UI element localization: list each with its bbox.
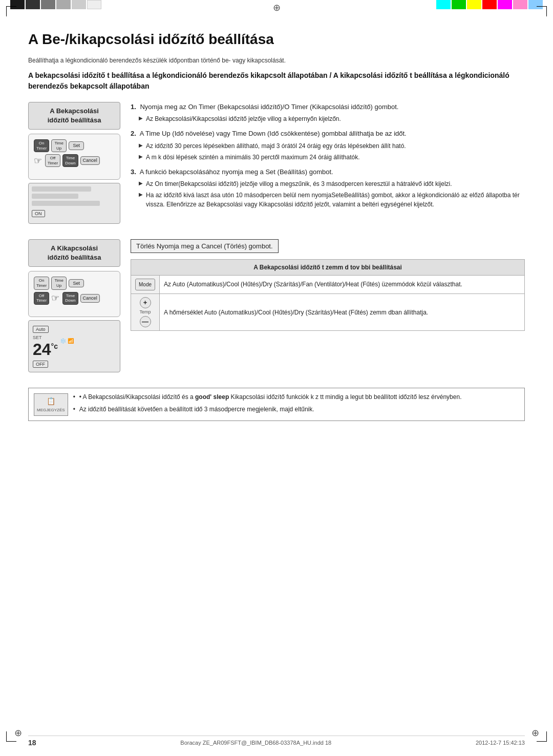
btn-set-1: Set: [69, 141, 84, 150]
section-kikapcsolasi: A Kikapcsolási időzítő beállítása On Tim…: [28, 239, 525, 372]
remote-diagram-area-1: A Bekapcsolási időzítő beállítása On Tim…: [28, 102, 120, 224]
step-3-sub-1: Az On timer(Bekapcsolási időzítő) jelzőj…: [139, 179, 525, 188]
btn-cancel-2: Cancel: [80, 294, 100, 303]
step-2: 2. A Time Up (Idő növelése) vagy Time Do…: [131, 129, 525, 162]
crop-mark-bl: [6, 731, 16, 742]
btn-time-down-1: Time Down: [62, 154, 78, 167]
kikapcs-right-content: Törlés Nyomja meg a Cancel (Törlés) gomb…: [131, 239, 525, 372]
mode-icon-box: Mode: [135, 279, 155, 290]
remote-diagram-1: On Timer Time Up Set ☞ Off Timer Time Do…: [28, 134, 120, 180]
step-2-sub-2: A m k dösi lépések szintén a minimális 3…: [139, 153, 525, 162]
note-icon-label: MEGJEGYZÉS: [37, 407, 65, 414]
temp-minus-icon: —: [140, 316, 151, 327]
crop-mark-tl: [6, 6, 16, 16]
page-footer: 18 Boracay ZE_AR09FSFT@_IBIM_DB68-03378A…: [28, 736, 525, 747]
table-row-mode: Mode Az Auto (Automatikus)/Cool (Hűtés)/…: [131, 275, 525, 293]
step-1-sub-1: Az Bekapcsolási/Kikapcsolási időzítő jel…: [139, 114, 525, 123]
btn-off-timer-1: Off Timer: [45, 154, 60, 167]
btn-set-2: Set: [69, 279, 84, 288]
auto-badge: Auto: [33, 326, 49, 333]
footer-file-info: Boracay ZE_AR09FSFT@_IBIM_DB68-03378A_HU…: [180, 740, 331, 746]
reg-mark-top: ⊕: [271, 3, 282, 13]
btn-cancel-1: Cancel: [80, 156, 100, 165]
remote-diagram-area-2: A Kikapcsolási időzítő beállítása On Tim…: [28, 239, 120, 372]
step-2-sub-1: Az időzítő 30 perces lépésekben állíthat…: [139, 141, 525, 151]
footer-date: 2012-12-7 15:42:13: [476, 740, 525, 746]
torles-box: Törlés Nyomja meg a Cancel (Törlés) gomb…: [131, 239, 279, 253]
btn-time-up-2: Time Up: [51, 277, 67, 289]
page-number: 18: [28, 739, 36, 747]
remote-display-2: Auto SET 24°c ❄️ 📶 OFF: [28, 320, 120, 372]
crop-mark-tr: [537, 6, 547, 16]
step-1: 1. Nyomja meg az On Timer (Bekapcsolási …: [131, 102, 525, 124]
section1-label: A Bekapcsolási időzítő beállítása: [28, 102, 120, 130]
section-bekapcsolasi: A Bekapcsolási időzítő beállítása On Tim…: [28, 102, 525, 224]
temp-plus-icon: +: [140, 297, 151, 308]
note-icon: 📋 MEGJEGYZÉS: [34, 393, 68, 415]
display-on-badge: ON: [32, 210, 45, 217]
btn-time-up-1: Time Up: [51, 139, 67, 152]
step-3-sub-2: Ha az időzítő kivá laszt ása utón 10 más…: [139, 191, 525, 209]
remote-display-1: ON: [28, 183, 120, 224]
set-temp-label: SET: [33, 335, 58, 340]
note-box: 📋 MEGJEGYZÉS • A Bekapcsolási/Kikapcsolá…: [28, 388, 525, 421]
btn-time-down-2: Time Down: [62, 292, 78, 305]
remote-diagram-2: On Timer Time Up Set Off Timer ☞ Time Do…: [28, 271, 120, 317]
info-table: A Bekapcsolási időzítő t zemm d tov bbi …: [131, 259, 525, 331]
intro-text: Beállíthatja a légkondicionáló berendező…: [28, 56, 525, 65]
table-row-temp-text: A hőmérséklet Auto (Automatikus)/Cool (H…: [160, 293, 525, 331]
btn-off-timer-2: Off Timer: [34, 292, 49, 305]
note-item-2: Az időzítő beállítását követően a beállí…: [73, 405, 462, 414]
finger-icon-2: ☞: [51, 292, 59, 304]
off-badge: OFF: [33, 361, 48, 368]
temp-icon-wrapper: + Temp —: [135, 297, 155, 328]
btn-on-timer-1: On Timer: [34, 139, 49, 152]
note-content: • A Bekapcsolási/Kikapcsolási időzítő és…: [73, 392, 462, 416]
page-title: A Be-/kikapcsolási időzítő beállítása: [28, 31, 525, 48]
finger-icon-1: ☞: [34, 155, 42, 166]
big-temp: 24°c: [33, 341, 58, 358]
section2-label: A Kikapcsolási időzítő beállítása: [28, 239, 120, 267]
btn-on-timer-2: On Timer: [34, 277, 49, 289]
table-row-temp: + Temp — A hőmérséklet Auto (Automatikus…: [131, 293, 525, 331]
table-header: A Bekapcsolási időzítő t zemm d tov bbi …: [131, 259, 525, 275]
intro-bold: A bekapcsolási időzítő t beállítása a lé…: [28, 70, 525, 92]
temp-label: Temp: [140, 309, 151, 316]
instructions-1: 1. Nyomja meg az On Timer (Bekapcsolási …: [131, 102, 525, 224]
table-row-mode-text: Az Auto (Automatikus)/Cool (Hűtés)/Dry (…: [160, 275, 525, 293]
crop-mark-br: [537, 731, 547, 742]
temp-icons: ❄️ 📶: [60, 338, 74, 344]
step-3: 3. A funkció bekapcsolásához nyomja meg …: [131, 167, 525, 209]
note-item-1: • A Bekapcsolási/Kikapcsolási időzítő és…: [73, 392, 462, 402]
